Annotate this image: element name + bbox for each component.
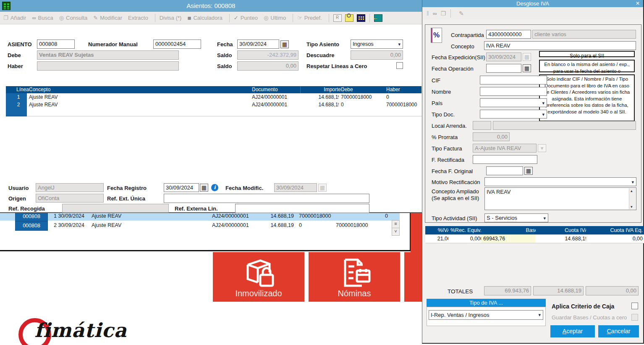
toolbar-extracto-button[interactable]: Extracto [128,15,148,21]
aplica-criterio-caja-checkbox[interactable] [631,303,638,309]
fecha-expedicion-field: 30/09/2024 [486,53,521,61]
percent-iva-icon[interactable]: % [431,28,442,43]
tipo-doc-select[interactable]: ▾ [480,110,547,119]
usuario-label: Usuario [8,185,29,191]
tile-label: Nóminas [309,289,400,298]
report-document-icon[interactable]: R [333,14,342,22]
titlebar[interactable]: Asientos: 000808 [0,0,422,12]
line-row-1[interactable]: 1 Ajuste REAV AJ24/00000001 14.688,19 70… [6,93,421,101]
list-cell-debe[interactable]: 0 [299,221,335,230]
col-rec-equiv[interactable]: %Rec. Equiv. [448,226,486,234]
textarea-scrollbar[interactable]: ▴▾ [629,188,636,209]
toolbar-busca-button[interactable]: Busca [32,15,53,21]
contrapartida-input[interactable]: 43000000000 [486,30,531,39]
list-row-selected[interactable]: 000808 1 30/09/2024 Ajuste REAV AJ24/000… [0,212,400,221]
tipo-factura-dropdown-disabled: ▾ [538,144,546,152]
tile-inmovilizado[interactable]: Inmovilizado [213,252,304,302]
cif-input[interactable] [480,76,547,84]
cell-rec-equiv[interactable]: 0,000 [448,234,486,243]
fecha-registro-calendar-button[interactable]: ▦ [200,184,208,192]
toolbar-predef-button[interactable]: Predef. [297,15,322,21]
cell-cuota-iva[interactable]: 14.688,19 [536,234,591,243]
info-icon[interactable]: i [211,184,218,191]
toolbar-ultimo-button[interactable]: Ultimo [264,15,286,21]
f-rectificada-input[interactable] [473,155,537,164]
line-row-2[interactable]: 2 Ajuste REAV AJ24/00000001 14.688,19 0 … [6,101,421,108]
scrollbar-thumb[interactable]: ≡ [392,220,400,228]
exit-door-icon[interactable] [374,14,382,22]
chevron-down-icon: ▾ [398,42,401,47]
asiento-input[interactable]: 000808 [37,40,75,49]
document-icon[interactable] [441,10,446,17]
col-debe[interactable]: Debe [339,86,389,93]
asientos-window: Asientos: 000808 Añadir Busca Consulta M… [0,0,422,213]
fecha-calendar-button[interactable]: ▦ [280,40,289,48]
toolbar-modificar-button[interactable]: Modificar [93,15,122,21]
consulta-icon [59,15,64,21]
toolbar-punteo-button[interactable]: Punteo [234,15,258,21]
fecha-operacion-input[interactable] [486,64,521,73]
usuario-field: AngelJ [36,183,104,192]
list-cell-asiento[interactable]: 000808 [15,212,48,221]
fecha-f-original-input[interactable] [486,166,523,175]
dialog-titlebar[interactable]: Desglose IVA [422,0,643,7]
list-cell-concepto[interactable]: Ajuste REAV [92,221,184,230]
window-title: Asientos: 000808 [187,2,236,9]
nombre-input[interactable] [480,87,547,96]
toolbar-consulta-button[interactable]: Consulta [59,15,88,21]
punteo-check-icon [234,15,238,21]
tipo-de-iva-select[interactable]: I-Rep. Ventas / Ingresos▾ [429,310,543,320]
concepto-input[interactable]: IVA REAV [484,41,636,50]
col-documento[interactable]: Documento [250,86,301,93]
col-cuota-iva-eq[interactable]: Cuota IVA Eq. [586,226,644,234]
ref-externa-lin-input[interactable] [235,204,369,213]
keyboard-icon[interactable] [357,14,365,22]
col-importe[interactable]: Importe [296,86,343,93]
search-binoculars-icon[interactable] [433,10,437,17]
toolbar-anadir-button[interactable]: Añadir [3,15,26,21]
list-cell-asiento[interactable]: 000808 [15,221,48,231]
list-cell-haber[interactable]: 70000018000 [336,221,388,230]
fecha-operacion-calendar-button[interactable]: ▦ [523,64,531,72]
list-row[interactable]: 000808 2 30/09/2024 Ajuste REAV AJ24/000… [0,221,400,230]
toolbar-divisa-button[interactable]: Divisa (*) [160,15,182,21]
notes-icon[interactable] [345,14,353,22]
tile-nominas[interactable]: Nóminas [309,252,400,302]
fecha-operacion-note: En blanco o la misma del asiento / exp.,… [539,60,635,72]
motivo-rectificacion-select[interactable]: ▾ [484,177,636,186]
list-cell-documento[interactable]: AJ24/00000001 [212,221,262,230]
tipo-de-iva-header: Tipo de IVA ... [427,299,546,307]
tipo-actividad-select[interactable]: S - Servicios▾ [484,213,548,222]
close-icon[interactable]: ✕ [636,0,640,7]
toolbar-calculadora-button[interactable]: Calculadora [187,14,222,21]
line-row-empty[interactable] [6,108,421,116]
f-rectificada-label: F. Rectificada [432,157,464,163]
respetar-lineas-checkbox[interactable] [396,62,403,69]
cell-cuota-iva-eq[interactable]: 0,00 [586,234,644,243]
list-cell-haber[interactable]: 0 [336,212,388,221]
ofimatica-logo: fimática [13,313,147,345]
col-cuota-iva[interactable]: Cuota IVA [536,226,591,234]
cell-base-editing[interactable]: 69943,76 [481,234,540,243]
ref-ext-unica-input[interactable] [164,194,369,203]
cancelar-button[interactable]: Cancelar [598,325,639,337]
fecha-registro-input[interactable]: 30/09/2024 [164,183,199,192]
pais-select[interactable]: ▾ [480,98,547,107]
list-cell-debe[interactable]: 70000018000 [299,212,335,221]
iva-grid-row[interactable]: 21,00 0,000 69943,76 14.688,19 0,00 [425,234,641,243]
scrollbar-down-button[interactable]: ˅ [392,228,400,236]
aceptar-button[interactable]: Aceptar [550,325,595,337]
concepto-ampliado-textarea[interactable]: IVA REAV ▴▾ [484,187,636,210]
fecha-f-original-calendar-button[interactable]: ▦ [524,167,533,175]
list-cell-importe[interactable]: 14.688,19 [264,221,294,230]
col-concepto[interactable]: Concepto [27,86,254,93]
col-base[interactable]: Base [481,226,540,234]
tipo-asiento-select[interactable]: Ingresos▾ [351,40,403,49]
predef-icon[interactable] [459,10,464,17]
list-cell-documento[interactable]: AJ24/00000001 [212,212,262,221]
list-cell-importe[interactable]: 14.688,19 [264,212,294,221]
numerador-manual-input[interactable]: 0000002454 [153,40,201,49]
col-haber[interactable]: Haber [384,86,426,93]
fecha-input[interactable]: 30/09/2024 [237,40,279,49]
list-cell-concepto[interactable]: Ajuste REAV [92,212,184,221]
